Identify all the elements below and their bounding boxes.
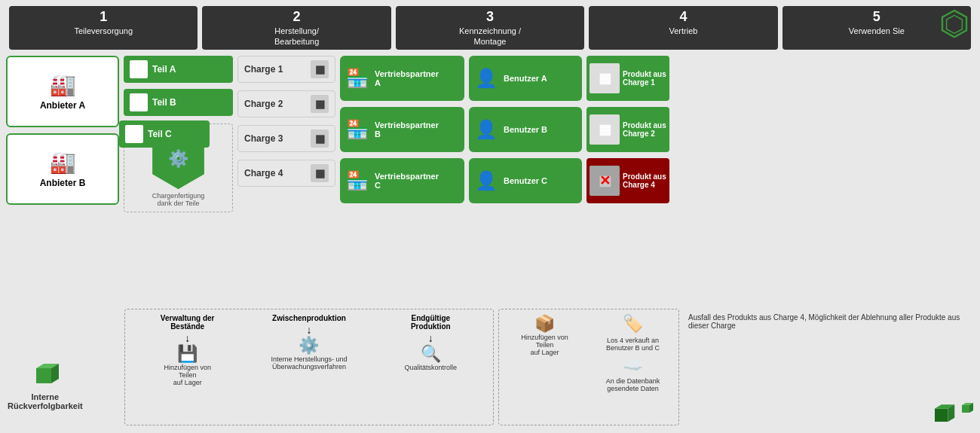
product-4-qr: ▦ ✕ — [590, 166, 620, 196]
bottom-endgueltig-label: EndgültigeProduktion — [411, 314, 451, 331]
col-partners: 🏪 VertriebspartnerA 🏪 VertriebspartnerB … — [340, 56, 464, 206]
partner-c-label: VertriebspartnerC — [375, 172, 439, 190]
bottom-db-label: An die Datenbankgesendete Daten — [606, 377, 660, 392]
bottom-verwaltung-sub: Hinzufügen vonTeilenauf Lager — [164, 364, 211, 386]
supplier-a-icon: 🏭 — [50, 72, 76, 97]
bottom-verwaltung-icon: 💾 — [177, 344, 198, 364]
user-b-label: Benutzer B — [504, 125, 547, 134]
user-c-box: 👤 Benutzer C — [469, 158, 582, 203]
partner-b-icon: 🏪 — [346, 119, 369, 140]
charge-2-label: Charge 2 — [244, 99, 283, 109]
bottom-hinzufuegen-label: Hinzufügen vonTeilenauf Lager — [521, 334, 568, 356]
deco-cube-small — [959, 401, 974, 416]
user-b-icon: 👤 — [475, 119, 498, 140]
col-charges: Charge 1 ▦ Charge 2 ▦ Charge 3 ▦ Charge … — [237, 56, 335, 206]
step-2-number: 2 — [293, 9, 301, 26]
svg-rect-2 — [36, 368, 51, 383]
product-2-qr: ▦ — [590, 114, 620, 145]
svg-rect-8 — [962, 405, 969, 413]
bottom-endgueltig-arrow: ↓ — [428, 332, 433, 344]
bottom-zwischen-icon: ⚙️ — [299, 336, 319, 355]
bottom-dashed-box: Verwaltung derBestände ↓ 💾 Hinzufügen vo… — [124, 309, 494, 425]
part-c-box: ▦ Teil C — [119, 120, 210, 148]
user-a-label: Benutzer A — [504, 74, 547, 83]
bottom-zwischen-label: Zwischenproduktion — [272, 314, 346, 322]
bottom-zwischen-sub: Interne Herstellungs- undÜberwachungsver… — [271, 355, 347, 370]
hex-label: Chargenfertigungdank der Teile — [152, 192, 205, 207]
partner-b-box: 🏪 VertriebspartnerB — [340, 107, 464, 152]
part-a-label: Teil A — [152, 64, 176, 75]
bottom-section: Verwaltung derBestände ↓ 💾 Hinzufügen vo… — [124, 309, 972, 425]
partner-a-label: VertriebspartnerA — [375, 69, 439, 87]
bottom-endgueltig-sub: Qualitätskontrolle — [405, 364, 458, 371]
bottom-endgueltig-icon: 🔍 — [421, 344, 441, 364]
user-a-box: 👤 Benutzer A — [469, 56, 582, 101]
charge-1-qr: ▦ — [311, 60, 329, 78]
step-1: 1 Teileversorgung — [9, 6, 198, 50]
step-4-label: Vertrieb — [669, 26, 697, 36]
user-a-icon: 👤 — [475, 68, 498, 89]
charge-1-box: Charge 1 ▦ — [237, 56, 335, 83]
bottom-los4-icon: 🏷️ — [623, 314, 643, 334]
part-a-qr: ▦ — [130, 60, 148, 78]
bottom-verwaltung-arrow: ↓ — [185, 332, 190, 344]
partner-a-icon: 🏪 — [346, 68, 369, 89]
step-1-number: 1 — [100, 9, 107, 26]
product-1-qr: ▦ — [590, 63, 620, 93]
part-b-box: ▦ Teil B — [124, 89, 233, 116]
col-suppliers: 🏭 Anbieter A 🏭 Anbieter B — [6, 56, 119, 206]
trace-cube-icon — [30, 359, 60, 389]
step-5-number: 5 — [873, 9, 880, 26]
steps-header: 1 Teileversorgung 2 Herstellung/Bearbeit… — [6, 6, 974, 50]
bottom-zwischen-arrow: ↓ — [306, 324, 311, 336]
supplier-a-box: 🏭 Anbieter A — [6, 56, 119, 127]
bottom-los4: 🏷️ Los 4 verkauft anBenutzer B und C ☁️ … — [592, 314, 674, 420]
step-2-label: Herstellung/Bearbeitung — [274, 26, 319, 47]
internal-trace-area: InterneRückverfolgbarkeit — [8, 359, 83, 410]
bottom-los4-label: Los 4 verkauft anBenutzer B und C — [606, 337, 660, 352]
part-b-label: Teil B — [152, 97, 176, 108]
partner-b-label: VertriebspartnerB — [375, 120, 439, 139]
product-2-box: ▦ Produkt aus Charge 2 — [586, 107, 669, 152]
user-b-box: 👤 Benutzer B — [469, 107, 582, 152]
product-1-label: Produkt aus Charge 1 — [623, 70, 666, 87]
charge-1-label: Charge 1 — [244, 64, 283, 75]
step-3-number: 3 — [486, 9, 494, 26]
supplier-b-label: Anbieter B — [40, 178, 86, 188]
bottom-dashed-box-2: 📦 Hinzufügen vonTeilenauf Lager 🏷️ Los 4… — [498, 309, 679, 425]
step-5-label: Verwenden Sie — [849, 26, 905, 36]
trace-label: InterneRückverfolgbarkeit — [8, 392, 83, 410]
product-1-box: ▦ Produkt aus Charge 1 — [586, 56, 669, 101]
bottom-verwaltung-label: Verwaltung derBestände — [161, 314, 215, 331]
step-4: 4 Vertrieb — [589, 6, 777, 50]
step-3-label: Kennzeichnung /Montage — [459, 26, 521, 47]
step-2: 2 Herstellung/Bearbeitung — [202, 6, 390, 50]
product-2-label: Produkt aus Charge 2 — [623, 121, 666, 138]
charge-3-qr: ▦ — [311, 130, 329, 148]
bottom-hinzufuegen: 📦 Hinzufügen vonTeilenauf Lager — [504, 314, 586, 420]
bottom-right-content: Ausfall des Produkts aus Charge 4, Mögli… — [688, 313, 960, 330]
bottom-endgueltig: EndgültigeProduktion ↓ 🔍 Qualitätskontro… — [373, 314, 488, 420]
part-b-qr: ▦ — [130, 93, 148, 111]
user-c-label: Benutzer C — [504, 176, 547, 185]
charge-3-box: Charge 3 ▦ — [237, 125, 335, 152]
partner-c-icon: 🏪 — [346, 170, 369, 191]
product-4-label: Produkt aus Charge 4 — [623, 172, 666, 189]
part-c-qr: ▦ — [125, 125, 143, 143]
bottom-verwaltung: Verwaltung derBestände ↓ 💾 Hinzufügen vo… — [130, 314, 245, 420]
step-3: 3 Kennzeichnung /Montage — [396, 6, 584, 50]
part-c-label: Teil C — [148, 129, 172, 139]
charge-4-qr: ▦ — [311, 164, 329, 182]
col-users: 👤 Benutzer A 👤 Benutzer B 👤 Benutzer C — [469, 56, 582, 206]
bottom-zwischen: Zwischenproduktion ↓ ⚙️ Interne Herstell… — [251, 314, 366, 420]
supplier-b-icon: 🏭 — [50, 150, 76, 175]
deco-cube-large — [929, 401, 956, 427]
step-4-number: 4 — [679, 9, 687, 26]
step-1-label: Teileversorgung — [74, 26, 133, 36]
bottom-hinzufuegen-icon: 📦 — [534, 314, 555, 334]
product-4-box: ▦ ✕ Produkt aus Charge 4 — [586, 158, 669, 203]
user-c-icon: 👤 — [475, 170, 498, 191]
bottom-db-icon: ☁️ — [623, 355, 643, 374]
charge-4-box: Charge 4 ▦ — [237, 160, 335, 187]
main-container: 1 Teileversorgung 2 Herstellung/Bearbeit… — [0, 0, 980, 433]
